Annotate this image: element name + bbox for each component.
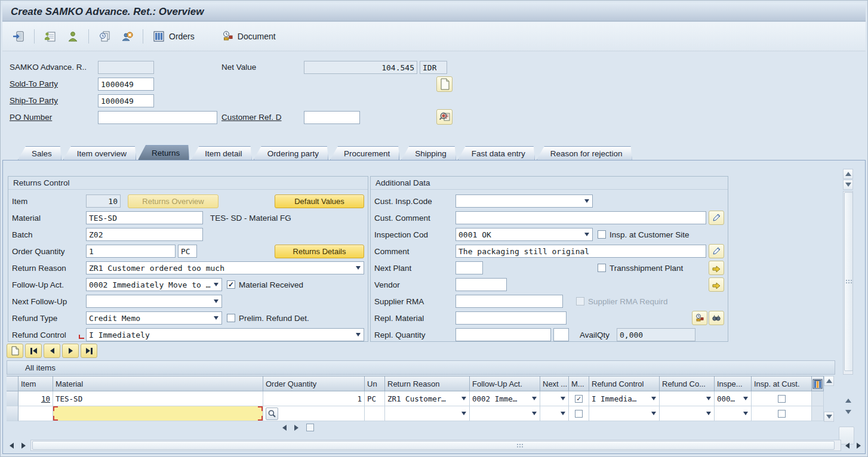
customer-ref-label[interactable]: Customer Ref. D bbox=[221, 113, 282, 122]
table-vertical-scrollbar[interactable] bbox=[824, 376, 834, 422]
batch-field[interactable]: Z02 bbox=[86, 228, 203, 241]
tab-shipping[interactable]: Shipping bbox=[401, 146, 456, 160]
supplier-rma-field[interactable] bbox=[455, 295, 563, 308]
cell-return-reason-new[interactable] bbox=[385, 406, 470, 421]
scroll-up-button[interactable] bbox=[843, 169, 853, 179]
cell-material-received-new[interactable] bbox=[569, 406, 589, 421]
col-material[interactable]: Material bbox=[53, 376, 263, 391]
po-number-label[interactable]: PO Number bbox=[10, 113, 52, 122]
cell-refund-control-dropdown[interactable]: I Immedia… bbox=[589, 391, 660, 406]
grow-table-icon[interactable] bbox=[294, 425, 298, 431]
tab-item-overview[interactable]: Item overview bbox=[63, 146, 136, 160]
insp-checkbox[interactable] bbox=[778, 395, 786, 403]
comment-field[interactable]: The packaging still original bbox=[455, 245, 706, 258]
sold-to-party-field[interactable]: 1000049 bbox=[98, 78, 154, 91]
follow-up-dropdown[interactable]: 0002 Immediately Move to … bbox=[86, 278, 222, 291]
cell-insp-at-cust[interactable] bbox=[752, 391, 812, 406]
search-help-button[interactable] bbox=[266, 407, 278, 420]
col-return-reason[interactable]: Return Reason bbox=[385, 376, 470, 391]
panel-vertical-scrollbar[interactable] bbox=[843, 169, 853, 375]
transshipment-checkbox[interactable] bbox=[598, 264, 606, 272]
repl-material-stamp-button[interactable] bbox=[692, 311, 707, 325]
repl-material-field[interactable] bbox=[455, 311, 567, 325]
cell-order-quantity-new[interactable] bbox=[263, 406, 365, 421]
cell-un[interactable]: PC bbox=[365, 391, 385, 406]
refund-control-dropdown[interactable]: I Immediately bbox=[86, 328, 364, 341]
first-item-button[interactable] bbox=[25, 344, 42, 358]
vendor-transfer-button[interactable] bbox=[709, 277, 724, 292]
pane-right-button[interactable] bbox=[854, 440, 864, 450]
outer-vertical-scrollbar[interactable] bbox=[843, 396, 853, 417]
scroll-thumb[interactable] bbox=[844, 192, 853, 371]
next-follow-up-dropdown[interactable] bbox=[86, 295, 222, 308]
display-customer-button[interactable] bbox=[63, 27, 83, 46]
cell-inspe-new[interactable] bbox=[715, 406, 752, 421]
outer-scroll-down-button[interactable] bbox=[843, 407, 853, 417]
refund-type-dropdown[interactable]: Credit Memo bbox=[86, 311, 222, 325]
edit-comment-button[interactable] bbox=[709, 244, 724, 258]
cell-next-dropdown[interactable] bbox=[540, 391, 569, 406]
tab-item-detail[interactable]: Item detail bbox=[191, 146, 251, 160]
return-reason-dropdown[interactable]: ZR1 Customer ordered too much bbox=[86, 261, 364, 274]
cell-material[interactable]: TES-SD bbox=[53, 391, 263, 406]
table-scroll-up-button[interactable] bbox=[824, 376, 834, 386]
edit-cust-comment-button[interactable] bbox=[709, 211, 724, 225]
customer-ref-field[interactable] bbox=[304, 111, 360, 124]
m-checkbox[interactable] bbox=[575, 410, 583, 418]
display-partner-doc-button[interactable] bbox=[40, 27, 60, 46]
material-entry-cell[interactable] bbox=[53, 406, 263, 421]
outer-scroll-up-button[interactable] bbox=[843, 396, 853, 406]
cell-next-new[interactable] bbox=[540, 406, 569, 421]
table-scroll-down-button[interactable] bbox=[824, 412, 834, 422]
cell-refund-co-dropdown[interactable] bbox=[660, 391, 715, 406]
returns-details-button[interactable]: Returns Details bbox=[275, 245, 364, 258]
col-item[interactable]: Item bbox=[19, 376, 53, 391]
next-item-button[interactable] bbox=[62, 344, 79, 358]
shrink-table-icon[interactable] bbox=[282, 425, 287, 431]
new-item-button[interactable] bbox=[7, 344, 23, 358]
hscroll-track[interactable] bbox=[30, 440, 841, 451]
cell-insp-at-cust-new[interactable] bbox=[752, 406, 812, 421]
cell-refund-control-new[interactable] bbox=[589, 406, 660, 421]
last-item-button[interactable] bbox=[81, 344, 97, 358]
scroll-down-button[interactable] bbox=[843, 180, 853, 190]
document-button[interactable]: Document bbox=[217, 27, 279, 46]
col-next[interactable]: Next ... bbox=[540, 376, 569, 391]
prelim-refund-checkbox[interactable] bbox=[227, 314, 235, 322]
order-unit-field[interactable]: PC bbox=[178, 245, 197, 258]
tab-reason-for-rejection[interactable]: Reason for rejection bbox=[537, 146, 632, 160]
insp-at-customer-checkbox[interactable] bbox=[598, 230, 606, 239]
tab-ordering-party[interactable]: Ordering party bbox=[254, 146, 328, 160]
cell-order-quantity[interactable]: 1 bbox=[263, 391, 365, 406]
po-number-field[interactable] bbox=[98, 111, 217, 124]
reject-document-button[interactable] bbox=[117, 27, 137, 46]
default-values-button[interactable]: Default Values bbox=[275, 194, 364, 208]
search-customer-button[interactable] bbox=[436, 109, 453, 125]
cell-item-new[interactable] bbox=[19, 406, 53, 421]
ship-to-party-field[interactable]: 1000049 bbox=[98, 94, 154, 107]
repl-quantity-field[interactable] bbox=[455, 328, 551, 341]
cell-item[interactable]: 10 bbox=[19, 391, 53, 406]
insp-checkbox[interactable] bbox=[778, 410, 786, 418]
repl-unit-field[interactable] bbox=[553, 328, 569, 341]
select-all-cell[interactable] bbox=[7, 376, 19, 391]
item-number-link[interactable]: 10 bbox=[41, 394, 50, 403]
col-insp-at-cust[interactable]: Insp. at Cust. bbox=[752, 376, 812, 391]
col-refund-control[interactable]: Refund Control bbox=[589, 376, 660, 391]
col-follow-up[interactable]: Follow-Up Act. bbox=[470, 376, 540, 391]
tab-returns[interactable]: Returns bbox=[138, 145, 189, 160]
cust-insp-code-dropdown[interactable] bbox=[455, 194, 593, 208]
availability-check-button[interactable] bbox=[709, 311, 724, 325]
row-selector[interactable] bbox=[7, 391, 19, 406]
tab-procurement[interactable]: Procurement bbox=[330, 146, 399, 160]
next-plant-field[interactable] bbox=[455, 261, 483, 274]
document-flow-button[interactable] bbox=[94, 27, 115, 46]
cell-refund-co-new[interactable] bbox=[660, 406, 715, 421]
cust-comment-field[interactable] bbox=[455, 211, 706, 224]
cell-follow-up-new[interactable] bbox=[470, 406, 540, 421]
pane-left-button[interactable] bbox=[842, 440, 852, 450]
col-order-quantity[interactable]: Order Quantity bbox=[263, 376, 365, 391]
inspection-code-dropdown[interactable]: 0001 OK bbox=[455, 228, 593, 241]
col-m[interactable]: M... bbox=[569, 376, 589, 391]
new-document-button[interactable] bbox=[436, 76, 453, 92]
